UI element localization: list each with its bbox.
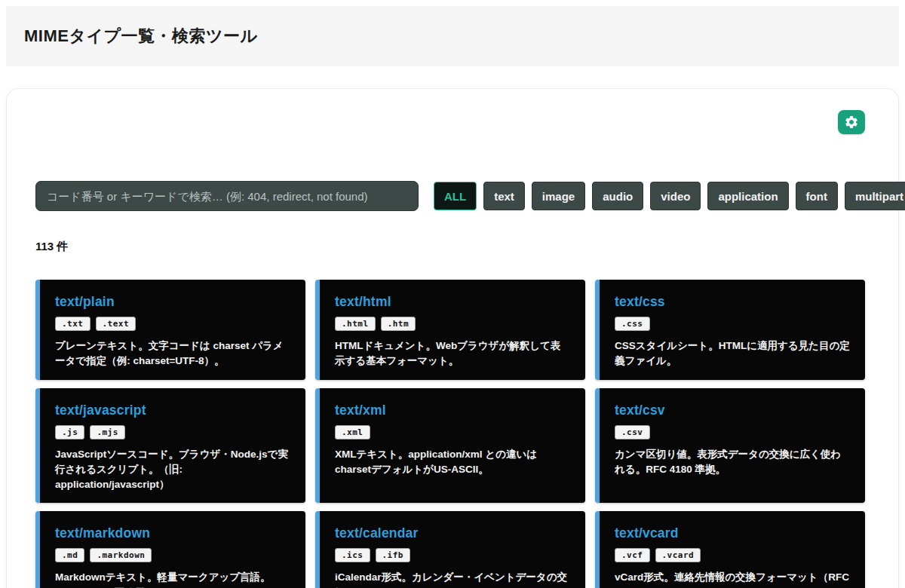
mime-type-title: text/calendar (335, 525, 570, 541)
extension-badge: .markdown (90, 548, 152, 562)
extension-badge: .xml (335, 425, 370, 439)
panel-toolbar (35, 110, 865, 136)
extension-badges: .txt.text (55, 317, 290, 331)
mime-card: text/javascript.js.mjsJavaScriptソースコード。ブ… (35, 388, 305, 504)
extension-badge: .text (96, 317, 137, 331)
main-panel: ALLtextimageaudiovideoapplicationfontmul… (6, 88, 899, 588)
extension-badge: .vcard (655, 548, 701, 562)
extension-badge: .html (335, 317, 376, 331)
extension-badges: .html.htm (335, 317, 570, 331)
filter-button-video[interactable]: video (650, 182, 701, 210)
mime-description: プレーンテキスト。文字コードは charset パラメータで指定（例: char… (55, 338, 290, 369)
filter-group: ALLtextimageaudiovideoapplicationfontmul… (434, 182, 905, 210)
page-title: MIMEタイプ一覧・検索ツール (24, 25, 258, 47)
mime-description: CSSスタイルシート。HTMLに適用する見た目の定義ファイル。 (615, 338, 850, 369)
filter-button-audio[interactable]: audio (592, 182, 643, 210)
filter-button-image[interactable]: image (532, 182, 585, 210)
mime-card: text/calendar.ics.ifbiCalendar形式。カレンダー・イ… (315, 511, 585, 588)
mime-card: text/xml.xmlXMLテキスト。application/xml との違い… (315, 388, 585, 504)
mime-type-title: text/xml (335, 403, 570, 418)
mime-description: HTMLドキュメント。Webブラウザが解釈して表示する基本フォーマット。 (335, 338, 570, 369)
extension-badge: .mjs (90, 425, 125, 439)
mime-card: text/html.html.htmHTMLドキュメント。Webブラウザが解釈し… (315, 280, 585, 380)
mime-card-grid: text/plain.txt.textプレーンテキスト。文字コードは chars… (35, 280, 865, 588)
extension-badge: .csv (615, 425, 650, 439)
extension-badge: .vcf (615, 548, 650, 562)
mime-card: text/markdown.md.markdownMarkdownテキスト。軽量… (35, 511, 305, 588)
mime-card: text/plain.txt.textプレーンテキスト。文字コードは chars… (35, 280, 305, 380)
mime-type-title: text/javascript (55, 403, 290, 418)
mime-type-title: text/html (335, 294, 570, 310)
mime-type-title: text/vcard (615, 525, 850, 541)
filter-button-multipart[interactable]: multipart (845, 182, 905, 210)
extension-badge: .ifb (376, 548, 411, 562)
extension-badge: .htm (381, 317, 416, 331)
app-header: MIMEタイプ一覧・検索ツール (6, 6, 899, 66)
mime-type-title: text/markdown (55, 525, 290, 541)
mime-description: XMLテキスト。application/xml との違いはcharsetデフォル… (335, 447, 570, 478)
mime-description: JavaScriptソースコード。ブラウザ・Node.jsで実行されるスクリプト… (55, 447, 290, 493)
mime-description: カンマ区切り値。表形式データの交換に広く使われる。RFC 4180 準拠。 (615, 447, 850, 478)
filter-button-text[interactable]: text (483, 182, 525, 210)
result-count: 113 件 (35, 240, 865, 254)
extension-badges: .md.markdown (55, 548, 290, 562)
extension-badge: .ics (335, 548, 370, 562)
mime-card: text/css.cssCSSスタイルシート。HTMLに適用する見た目の定義ファ… (595, 280, 865, 380)
filter-button-application[interactable]: application (707, 182, 788, 210)
mime-card: text/vcard.vcf.vcardvCard形式。連絡先情報の交換フォーマ… (595, 511, 865, 588)
mime-card: text/csv.csvカンマ区切り値。表形式データの交換に広く使われる。RFC… (595, 388, 865, 504)
extension-badge: .md (55, 548, 84, 562)
search-input[interactable] (35, 181, 419, 211)
extension-badges: .xml (335, 425, 570, 439)
mime-type-title: text/css (615, 294, 850, 310)
extension-badge: .css (615, 317, 650, 331)
filter-button-font[interactable]: font (796, 182, 838, 210)
mime-type-title: text/plain (55, 294, 290, 310)
extension-badges: .ics.ifb (335, 548, 570, 562)
mime-type-title: text/csv (615, 403, 850, 418)
extension-badges: .csv (615, 425, 850, 439)
extension-badge: .txt (55, 317, 90, 331)
page: MIMEタイプ一覧・検索ツール ALLtextimageaudiovideoap… (0, 0, 905, 588)
extension-badges: .vcf.vcard (615, 548, 850, 562)
extension-badge: .js (55, 425, 84, 439)
mime-description: vCard形式。連絡先情報の交換フォーマット（RFC 6350）。 (615, 570, 850, 588)
gear-icon (844, 115, 859, 130)
mime-description: iCalendar形式。カレンダー・イベントデータの交換フォーマット（RFC 5… (335, 570, 570, 588)
settings-button[interactable] (838, 110, 865, 134)
mime-description: Markdownテキスト。軽量マークアップ言語。RFC 7763 で正式登録。 (55, 570, 290, 588)
extension-badges: .css (615, 317, 850, 331)
extension-badges: .js.mjs (55, 425, 290, 439)
filter-button-all[interactable]: ALL (434, 182, 477, 210)
search-row: ALLtextimageaudiovideoapplicationfontmul… (35, 181, 865, 211)
